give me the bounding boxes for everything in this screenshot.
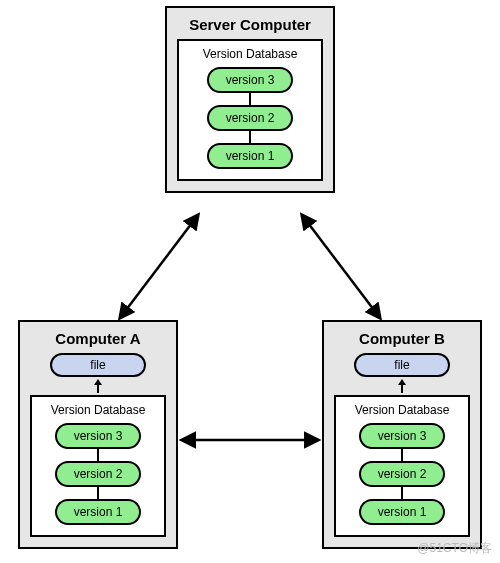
- version-link: [401, 487, 403, 499]
- computer-a-db: Version Database version 3 version 2 ver…: [30, 395, 166, 537]
- version-link: [401, 449, 403, 461]
- computer-b-db: Version Database version 3 version 2 ver…: [334, 395, 470, 537]
- arrow-up-icon: [93, 379, 103, 393]
- svg-marker-3: [398, 379, 406, 385]
- version-pill: version 3: [359, 423, 445, 449]
- version-link: [97, 449, 99, 461]
- server-node: Server Computer Version Database version…: [165, 6, 335, 193]
- arrow-server-b: [302, 215, 380, 318]
- version-pill: version 2: [207, 105, 293, 131]
- version-pill: version 2: [55, 461, 141, 487]
- version-pill: version 1: [207, 143, 293, 169]
- file-pill: file: [354, 353, 450, 377]
- server-title: Server Computer: [177, 16, 323, 33]
- version-pill: version 3: [55, 423, 141, 449]
- computer-a-title: Computer A: [30, 330, 166, 347]
- version-link: [249, 93, 251, 105]
- version-pill: version 1: [359, 499, 445, 525]
- computer-a-db-label: Version Database: [51, 403, 146, 417]
- version-link: [97, 487, 99, 499]
- arrow-server-a: [120, 215, 198, 318]
- computer-b-node: Computer B file Version Database version…: [322, 320, 482, 549]
- server-db-label: Version Database: [203, 47, 298, 61]
- server-db: Version Database version 3 version 2 ver…: [177, 39, 323, 181]
- computer-b-db-label: Version Database: [355, 403, 450, 417]
- svg-marker-1: [94, 379, 102, 385]
- file-pill: file: [50, 353, 146, 377]
- version-pill: version 1: [55, 499, 141, 525]
- computer-b-title: Computer B: [334, 330, 470, 347]
- version-pill: version 2: [359, 461, 445, 487]
- computer-a-node: Computer A file Version Database version…: [18, 320, 178, 549]
- watermark: @51CTO博客: [417, 540, 492, 557]
- arrow-up-icon: [397, 379, 407, 393]
- version-pill: version 3: [207, 67, 293, 93]
- version-link: [249, 131, 251, 143]
